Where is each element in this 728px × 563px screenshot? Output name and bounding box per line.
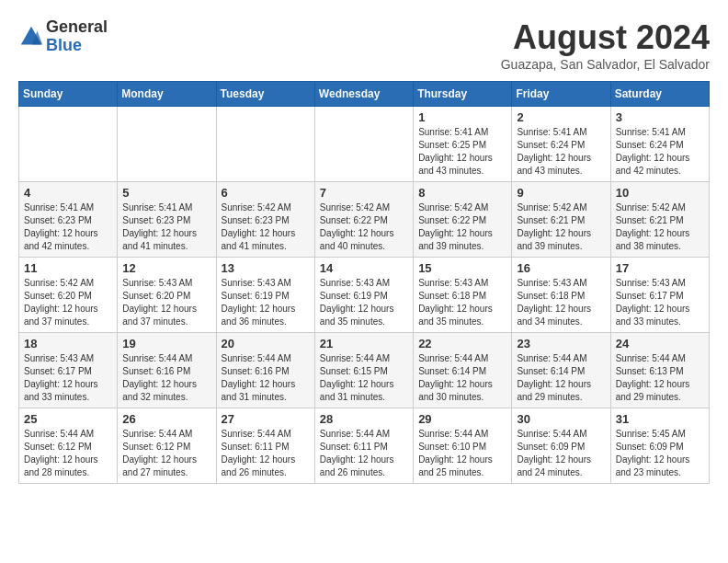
day-number: 25 [24,412,112,426]
calendar-week-row: 25Sunrise: 5:44 AM Sunset: 6:12 PM Dayli… [19,408,710,484]
day-number: 1 [418,110,506,124]
calendar-cell: 8Sunrise: 5:42 AM Sunset: 6:22 PM Daylig… [414,182,512,258]
calendar-header-friday: Friday [512,82,610,107]
day-info: Sunrise: 5:43 AM Sunset: 6:19 PM Dayligh… [320,277,408,328]
day-info: Sunrise: 5:44 AM Sunset: 6:12 PM Dayligh… [122,428,210,479]
day-number: 30 [517,412,605,426]
day-info: Sunrise: 5:42 AM Sunset: 6:21 PM Dayligh… [616,201,704,253]
day-number: 18 [24,337,112,350]
day-number: 19 [122,337,210,350]
day-number: 26 [122,412,210,426]
day-number: 17 [616,261,704,275]
day-number: 24 [616,337,704,350]
day-info: Sunrise: 5:43 AM Sunset: 6:17 PM Dayligh… [616,277,704,328]
calendar-cell: 24Sunrise: 5:44 AM Sunset: 6:13 PM Dayli… [610,333,709,408]
calendar-cell: 2Sunrise: 5:41 AM Sunset: 6:24 PM Daylig… [512,107,610,182]
logo: General Blue [18,18,108,55]
day-number: 2 [517,110,605,124]
day-number: 14 [320,261,408,275]
calendar-header-row: SundayMondayTuesdayWednesdayThursdayFrid… [19,82,710,107]
day-info: Sunrise: 5:44 AM Sunset: 6:11 PM Dayligh… [222,428,310,479]
calendar-week-row: 4Sunrise: 5:41 AM Sunset: 6:23 PM Daylig… [19,182,710,258]
day-info: Sunrise: 5:43 AM Sunset: 6:19 PM Dayligh… [222,277,310,328]
calendar-header-tuesday: Tuesday [216,82,314,107]
day-number: 9 [517,186,605,200]
day-info: Sunrise: 5:44 AM Sunset: 6:10 PM Dayligh… [418,428,506,479]
day-number: 11 [24,261,112,275]
calendar-cell: 29Sunrise: 5:44 AM Sunset: 6:10 PM Dayli… [414,408,512,484]
calendar-cell: 19Sunrise: 5:44 AM Sunset: 6:16 PM Dayli… [118,333,216,408]
day-number: 15 [418,261,506,275]
calendar-cell: 30Sunrise: 5:44 AM Sunset: 6:09 PM Dayli… [512,408,610,484]
calendar-cell: 23Sunrise: 5:44 AM Sunset: 6:14 PM Dayli… [512,333,610,408]
day-info: Sunrise: 5:44 AM Sunset: 6:11 PM Dayligh… [320,428,408,479]
page-header: General Blue August 2024 Guazapa, San Sa… [18,18,710,72]
day-number: 31 [616,412,704,426]
calendar-cell [314,107,413,182]
logo-blue-text: Blue [46,37,108,55]
day-info: Sunrise: 5:44 AM Sunset: 6:14 PM Dayligh… [517,352,605,404]
calendar-cell [118,107,216,182]
calendar-week-row: 1Sunrise: 5:41 AM Sunset: 6:25 PM Daylig… [19,107,710,182]
day-info: Sunrise: 5:42 AM Sunset: 6:22 PM Dayligh… [418,201,506,253]
calendar-header-saturday: Saturday [610,82,709,107]
calendar-cell: 10Sunrise: 5:42 AM Sunset: 6:21 PM Dayli… [610,182,709,258]
day-number: 6 [222,186,310,200]
day-info: Sunrise: 5:44 AM Sunset: 6:14 PM Dayligh… [418,352,506,404]
day-number: 21 [320,337,408,350]
calendar-cell: 1Sunrise: 5:41 AM Sunset: 6:25 PM Daylig… [414,107,512,182]
calendar-header-thursday: Thursday [414,82,512,107]
day-number: 10 [616,186,704,200]
calendar-cell: 26Sunrise: 5:44 AM Sunset: 6:12 PM Dayli… [118,408,216,484]
day-info: Sunrise: 5:43 AM Sunset: 6:18 PM Dayligh… [418,277,506,328]
day-number: 4 [24,186,112,200]
day-info: Sunrise: 5:41 AM Sunset: 6:24 PM Dayligh… [616,126,704,178]
calendar-cell: 4Sunrise: 5:41 AM Sunset: 6:23 PM Daylig… [19,182,118,258]
day-info: Sunrise: 5:41 AM Sunset: 6:24 PM Dayligh… [517,126,605,178]
calendar-cell: 31Sunrise: 5:45 AM Sunset: 6:09 PM Dayli… [610,408,709,484]
location-subtitle: Guazapa, San Salvador, El Salvador [501,57,710,72]
day-info: Sunrise: 5:41 AM Sunset: 6:23 PM Dayligh… [24,201,112,253]
day-number: 23 [517,337,605,350]
calendar-cell: 16Sunrise: 5:43 AM Sunset: 6:18 PM Dayli… [512,258,610,333]
day-info: Sunrise: 5:43 AM Sunset: 6:20 PM Dayligh… [122,277,210,328]
day-number: 5 [122,186,210,200]
day-info: Sunrise: 5:44 AM Sunset: 6:12 PM Dayligh… [24,428,112,479]
calendar-header-wednesday: Wednesday [314,82,413,107]
day-info: Sunrise: 5:45 AM Sunset: 6:09 PM Dayligh… [616,428,704,479]
calendar-cell: 6Sunrise: 5:42 AM Sunset: 6:23 PM Daylig… [216,182,314,258]
day-info: Sunrise: 5:44 AM Sunset: 6:09 PM Dayligh… [517,428,605,479]
calendar-cell: 15Sunrise: 5:43 AM Sunset: 6:18 PM Dayli… [414,258,512,333]
calendar-table: SundayMondayTuesdayWednesdayThursdayFrid… [18,81,710,484]
day-number: 12 [122,261,210,275]
day-number: 28 [320,412,408,426]
calendar-cell: 9Sunrise: 5:42 AM Sunset: 6:21 PM Daylig… [512,182,610,258]
calendar-header-sunday: Sunday [19,82,118,107]
day-info: Sunrise: 5:43 AM Sunset: 6:17 PM Dayligh… [24,352,112,404]
day-info: Sunrise: 5:43 AM Sunset: 6:18 PM Dayligh… [517,277,605,328]
calendar-cell: 11Sunrise: 5:42 AM Sunset: 6:20 PM Dayli… [19,258,118,333]
day-number: 13 [222,261,310,275]
day-info: Sunrise: 5:44 AM Sunset: 6:16 PM Dayligh… [222,352,310,404]
calendar-cell: 22Sunrise: 5:44 AM Sunset: 6:14 PM Dayli… [414,333,512,408]
day-info: Sunrise: 5:41 AM Sunset: 6:23 PM Dayligh… [122,201,210,253]
day-number: 3 [616,110,704,124]
calendar-cell: 12Sunrise: 5:43 AM Sunset: 6:20 PM Dayli… [118,258,216,333]
calendar-cell: 27Sunrise: 5:44 AM Sunset: 6:11 PM Dayli… [216,408,314,484]
day-info: Sunrise: 5:41 AM Sunset: 6:25 PM Dayligh… [418,126,506,178]
day-info: Sunrise: 5:42 AM Sunset: 6:20 PM Dayligh… [24,277,112,328]
day-number: 27 [222,412,310,426]
day-number: 22 [418,337,506,350]
day-number: 20 [222,337,310,350]
day-info: Sunrise: 5:44 AM Sunset: 6:15 PM Dayligh… [320,352,408,404]
calendar-cell: 14Sunrise: 5:43 AM Sunset: 6:19 PM Dayli… [314,258,413,333]
day-info: Sunrise: 5:42 AM Sunset: 6:21 PM Dayligh… [517,201,605,253]
calendar-cell: 21Sunrise: 5:44 AM Sunset: 6:15 PM Dayli… [314,333,413,408]
calendar-cell: 13Sunrise: 5:43 AM Sunset: 6:19 PM Dayli… [216,258,314,333]
calendar-week-row: 11Sunrise: 5:42 AM Sunset: 6:20 PM Dayli… [19,258,710,333]
calendar-cell: 3Sunrise: 5:41 AM Sunset: 6:24 PM Daylig… [610,107,709,182]
logo-general-text: General [46,18,108,37]
calendar-cell: 18Sunrise: 5:43 AM Sunset: 6:17 PM Dayli… [19,333,118,408]
title-block: August 2024 Guazapa, San Salvador, El Sa… [501,18,710,72]
calendar-week-row: 18Sunrise: 5:43 AM Sunset: 6:17 PM Dayli… [19,333,710,408]
